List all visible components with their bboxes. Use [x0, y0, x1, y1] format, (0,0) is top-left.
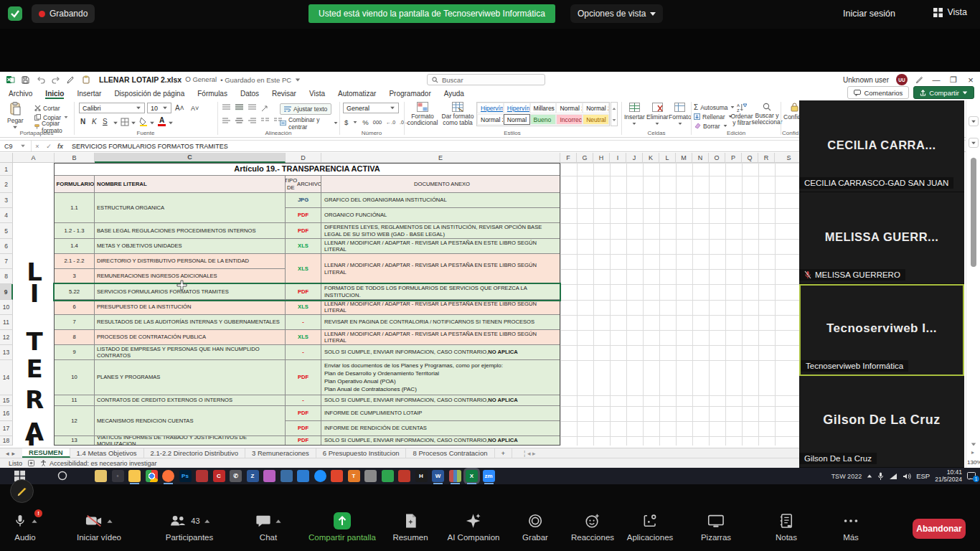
ribbon-tab-inicio[interactable]: Inicio — [45, 90, 64, 98]
cell-B7[interactable]: 2.1 - 2.2 — [55, 254, 95, 269]
underline-button[interactable]: S — [103, 117, 108, 126]
row-header-12[interactable]: 12 — [0, 330, 13, 345]
ribbon-tab-programador[interactable]: Programador — [389, 90, 430, 98]
cell-C7[interactable]: DIRECTORIO Y DISTRIBUTIVO PERSONAL DE LA… — [95, 254, 286, 269]
participant-tile[interactable]: Gilson De La CruzGilson De La Cruz — [799, 376, 964, 468]
app-yellow-icon[interactable] — [95, 470, 107, 482]
column-header-A[interactable]: A — [13, 153, 55, 163]
macro-record-icon[interactable] — [28, 460, 34, 466]
cell-B9[interactable]: 5.22 — [55, 284, 95, 300]
app-blue-icon[interactable] — [281, 470, 293, 482]
app-drop-icon[interactable] — [314, 470, 326, 482]
cell-E6[interactable]: LLENAR / MODIFICAR / ADAPTAR - REVISAR L… — [321, 239, 560, 254]
toolbar-más-button[interactable]: Más — [842, 512, 859, 542]
wrap-text-button[interactable]: Ajustar texto — [280, 103, 331, 115]
formula-content[interactable]: SERVICIOS FORMULARIOS FORMATOS TRAMITES — [66, 143, 228, 150]
column-header-G[interactable]: G — [577, 153, 593, 163]
toolbar-iniciar-vídeo-button[interactable]: Iniciar vídeo — [77, 512, 121, 542]
cell-B14[interactable]: 10 — [55, 360, 95, 395]
security-shield-icon[interactable] — [7, 6, 23, 22]
comodo-icon[interactable]: C — [213, 470, 225, 482]
insert-function-icon[interactable]: fx — [55, 143, 66, 150]
name-box[interactable]: C9 — [0, 141, 32, 151]
cell-E16[interactable]: INFORME DE CUMPLIMIENTO LOTAIP — [321, 406, 560, 421]
sheet-tab-resumen[interactable]: RESUMEN — [22, 448, 70, 458]
number-format-select[interactable]: General — [343, 103, 399, 113]
row-header-1[interactable]: 1 — [0, 163, 13, 176]
horizontal-align-buttons[interactable] — [222, 118, 282, 124]
cell-C13[interactable]: LISTADO DE EMPRESAS Y PERSONAS QUE HAN I… — [95, 345, 286, 360]
cell-C11[interactable]: RESULTADOS DE LAS AUDITORÍAS INTERNAS Y … — [95, 315, 286, 330]
font-name-select[interactable]: Calibri — [79, 103, 145, 113]
sign-in-button[interactable]: Iniciar sesión — [843, 9, 895, 19]
vertical-align-buttons[interactable] — [222, 104, 269, 112]
row-header-3[interactable]: 3 — [0, 193, 13, 208]
prev-sheet-icon[interactable]: ◂ — [6, 450, 9, 457]
styles-gallery-scroll[interactable] — [611, 102, 618, 126]
scroll-down-icon[interactable] — [971, 436, 976, 449]
scroll-chevron-button[interactable] — [969, 138, 979, 148]
photoshop-icon[interactable]: Ps — [179, 470, 192, 482]
chevron-up-icon[interactable] — [107, 519, 112, 523]
toolbar-aplicaciones-button[interactable]: Aplicaciones — [627, 512, 674, 542]
cell-D11[interactable]: - — [286, 315, 321, 330]
cell-E15[interactable]: SOLO SI CUMPLE, ENVIAR INFORMACION, CASO… — [321, 395, 560, 406]
italic-button[interactable]: K — [92, 117, 97, 126]
speaker-icon[interactable] — [903, 473, 911, 480]
cell-E12[interactable]: LLENAR / MODIFICAR / ADAPTAR - REVISAR L… — [321, 330, 560, 345]
cell-B2[interactable]: FORMULARIO — [55, 176, 95, 193]
font-size-select[interactable]: 10 — [147, 103, 171, 113]
column-header-I[interactable]: I — [610, 153, 626, 163]
tray-mic-icon[interactable] — [877, 472, 884, 481]
row-header-7[interactable]: 7 — [0, 254, 13, 269]
winrar-icon[interactable] — [449, 470, 461, 482]
movie-app-icon[interactable] — [297, 470, 309, 482]
ribbon-tab-archivo[interactable]: Archivo — [9, 90, 32, 98]
ribbon-tab-ayuda[interactable]: Ayuda — [444, 90, 464, 98]
cell-C18[interactable]: VIATICOS INFORMES DE TRABAJO Y JUSTIFICA… — [95, 436, 286, 446]
find-select-button[interactable]: Buscar y seleccionar — [754, 103, 780, 125]
new-sheet-button[interactable]: + — [495, 448, 513, 458]
clipboard-icon[interactable] — [81, 75, 90, 85]
row-header-15[interactable]: 15 — [0, 395, 13, 406]
taskbar-clock[interactable]: 10:41 21/5/2024 — [935, 469, 962, 483]
hidden-icons-chevron[interactable] — [867, 475, 872, 478]
excel-icon[interactable]: X — [466, 470, 478, 482]
cell-D18[interactable]: PDF — [286, 436, 321, 446]
cell-D14[interactable]: PDF — [286, 360, 321, 395]
participant-tile[interactable]: CECILIA CARRA...CECILIA CARRASCO-GAD SAN… — [799, 100, 964, 192]
cut-button[interactable]: Cortar — [34, 103, 60, 113]
cell-B5[interactable]: 1.2 - 1.3 — [55, 223, 95, 239]
select-all-corner[interactable] — [0, 153, 13, 163]
view-button[interactable]: Vista — [933, 7, 967, 17]
ribbon-tab-revisar[interactable]: Revisar — [272, 90, 296, 98]
view-options-button[interactable]: Opciones de vista — [570, 4, 663, 23]
grow-font-button[interactable]: A˄ — [175, 103, 184, 113]
fill-color-button[interactable] — [139, 117, 148, 126]
column-header-B[interactable]: B — [55, 153, 95, 163]
sheet-tab-8-procesos-contratacion[interactable]: 8 Procesos Contratacion — [406, 448, 494, 458]
cell-style-millares-2[interactable]: Millares 2 — [530, 103, 557, 113]
cell-E18[interactable]: SOLO SI CUMPLE, ENVIAR INFORMACION, CASO… — [321, 436, 560, 446]
cell-D16[interactable]: PDF — [286, 406, 321, 421]
accessibility-status[interactable]: Accesibilidad: es necesario investigar — [40, 460, 157, 467]
participant-tile[interactable]: MELISSA GUERR...MELISSA GUERRERO — [799, 192, 964, 284]
cell-E10[interactable]: LLENAR / MODIFICAR / ADAPTAR - REVISAR L… — [321, 300, 560, 315]
chevron-up-icon[interactable] — [204, 519, 209, 523]
share-button[interactable]: Compartir — [913, 86, 974, 99]
cell-E11[interactable]: REVISAR EN PAGINA DE CONTRALORIA / NOTIF… — [321, 315, 560, 330]
cell-D7[interactable]: XLS — [286, 254, 321, 284]
cell-E7[interactable]: LLENAR / MODIFICAR / ADAPTAR - REVISAR L… — [321, 254, 560, 284]
cell-B18[interactable]: 13 — [55, 436, 95, 446]
vertical-scrollbar-thumb[interactable] — [971, 158, 976, 267]
column-header-L[interactable]: L — [659, 153, 676, 163]
chevron-up-icon[interactable] — [32, 519, 37, 523]
toolbar-ai-companion-button[interactable]: AI Companion — [448, 512, 500, 542]
tray-app-label[interactable]: TSW 2022 — [831, 473, 862, 480]
search-input[interactable]: Buscar — [427, 74, 545, 85]
column-header-F[interactable]: F — [560, 153, 577, 163]
photos-app-icon[interactable] — [364, 470, 377, 482]
row-header-14[interactable]: 14 — [0, 360, 13, 395]
number-format-buttons[interactable]: $ % 000 ←.0 .0→ — [344, 118, 409, 127]
minimize-button[interactable]: — — [931, 75, 941, 84]
